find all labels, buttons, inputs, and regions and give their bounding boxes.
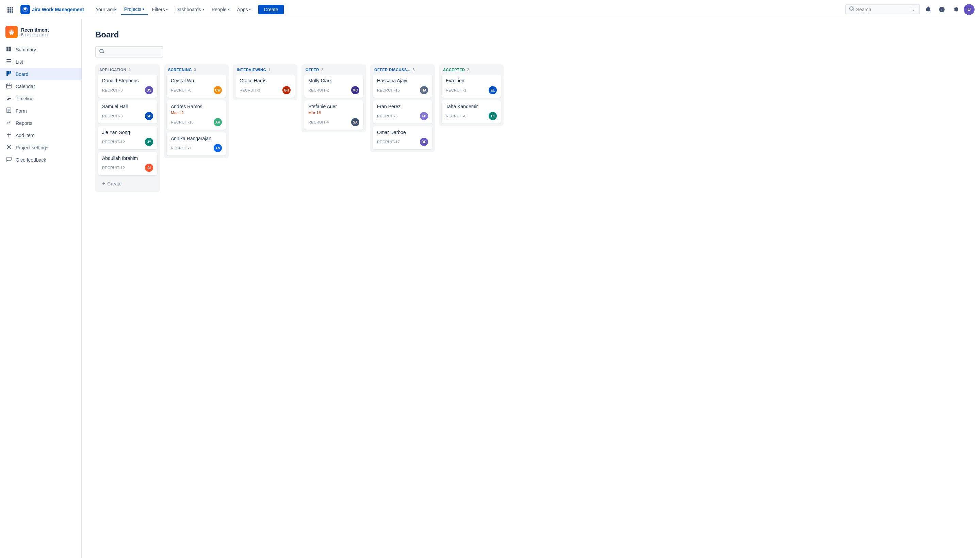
app-layout: Recruitment Business project Summary Lis… [0,19,980,558]
sidebar-item-project-settings[interactable]: Project settings [0,141,81,154]
table-row[interactable]: Jie Yan SongRECRUIT-12JY [98,126,157,149]
sidebar-item-reports[interactable]: Reports [0,117,81,129]
svg-rect-20 [10,71,11,74]
svg-rect-1 [10,7,11,8]
column-count-screening: 3 [194,68,196,72]
settings-icon[interactable] [950,4,961,15]
column-cards-offer-discuss: Hassana AjayiRECRUIT-15HAFran PerezRECRU… [370,74,435,152]
svg-rect-14 [9,49,11,51]
table-row[interactable]: Grace HarrisRECRUIT-3GH [235,74,295,98]
sidebar-item-label-give-feedback: Give feedback [16,157,46,162]
avatar: HA [420,86,428,94]
card-id: RECRUIT-17 [377,140,400,144]
card-name: Grace Harris [240,78,291,84]
sidebar-item-calendar[interactable]: Calendar [0,80,81,92]
sidebar-item-list[interactable]: List [0,56,81,68]
svg-rect-16 [7,61,11,62]
help-icon[interactable] [936,4,947,15]
sidebar-item-label-board: Board [16,71,28,77]
svg-rect-13 [7,49,8,51]
column-count-accepted: 2 [467,68,469,72]
svg-rect-18 [7,71,8,76]
apps-chevron-icon: ▾ [249,8,251,11]
card-date: Mar 12 [171,111,222,115]
column-label-offer-discuss: OFFER DISCUSS... [374,68,410,72]
card-name: Stefanie Auer [308,104,359,109]
svg-rect-11 [7,47,8,49]
card-footer: RECRUIT-2MC [308,86,359,94]
column-header-offer: OFFER2 [302,64,366,74]
board-search-input[interactable] [106,49,159,55]
user-avatar[interactable]: U [964,4,975,15]
nav-filters[interactable]: Filters ▾ [148,5,171,14]
column-cards-accepted: Eva LienRECRUIT-1ELTaha KandemirRECRUIT-… [439,74,504,126]
column-cards-application: Donald StephensRECRUIT-8DSSamuel HallREC… [95,74,160,178]
list-icon [5,59,12,65]
grid-menu-icon[interactable] [5,5,15,14]
table-row[interactable]: Hassana AjayiRECRUIT-15HA [373,74,432,98]
svg-rect-33 [7,135,11,135]
table-row[interactable]: Fran PerezRECRUIT-6FP [373,100,432,123]
table-row[interactable]: Molly ClarkRECRUIT-2MC [304,74,363,98]
nav-people[interactable]: People ▾ [208,5,233,14]
card-name: Omar Darboe [377,130,428,135]
topnav-right: / U [845,4,975,15]
card-name: Eva Lien [446,78,497,84]
svg-rect-5 [11,9,13,11]
nav-apps[interactable]: Apps ▾ [234,5,254,14]
search-input[interactable] [856,7,909,12]
card-footer: RECRUIT-17OD [377,138,428,146]
svg-rect-19 [8,71,10,74]
svg-rect-6 [8,11,9,13]
card-footer: RECRUIT-12JY [102,138,153,146]
sidebar-item-board[interactable]: Board [0,68,81,80]
card-footer: RECRUIT-12AI [102,164,153,172]
avatar: AN [214,144,222,152]
sidebar-item-give-feedback[interactable]: Give feedback [0,154,81,166]
svg-rect-21 [7,84,11,88]
table-row[interactable]: Omar DarboeRECRUIT-17OD [373,126,432,149]
table-row[interactable]: Eva LienRECRUIT-1EL [442,74,501,98]
svg-rect-29 [8,109,10,110]
project-name: Recruitment [21,27,49,33]
project-icon [5,26,18,38]
table-row[interactable]: Crystal WuRECRUIT-6CW [167,74,226,98]
table-row[interactable]: Taha KandemirRECRUIT-6TK [442,100,501,123]
card-name: Andres Ramos [171,104,222,109]
plus-icon: + [102,181,105,187]
table-row[interactable]: Annika RangarajanRECRUIT-7AN [167,132,226,156]
board-column-screening: SCREENING3Crystal WuRECRUIT-6CWAndres Ra… [164,64,229,158]
table-row[interactable]: Abdullah IbrahimRECRUIT-12AI [98,152,157,175]
table-row[interactable]: Stefanie AuerMar 16RECRUIT-4SA [304,100,363,130]
search-box[interactable]: / [845,5,920,14]
logo[interactable]: Jira Work Management [20,5,84,14]
sidebar-item-label-timeline: Timeline [16,96,33,102]
sidebar-item-add-item[interactable]: Add item [0,129,81,141]
board-column-application: APPLICATION4Donald StephensRECRUIT-8DSSa… [95,64,160,192]
avatar: SA [351,118,359,126]
sidebar-item-summary[interactable]: Summary [0,44,81,56]
svg-rect-26 [8,98,11,98]
nav-projects[interactable]: Projects ▾ [121,5,148,15]
svg-rect-31 [8,111,9,112]
sidebar-nav: Summary List Board [0,44,81,166]
table-row[interactable]: Samuel HallRECRUIT-8SH [98,100,157,123]
table-row[interactable]: Andres RamosMar 12RECRUIT-18AR [167,100,226,130]
timeline-icon [5,95,12,102]
sidebar-item-form[interactable]: Form [0,105,81,117]
sidebar-item-timeline[interactable]: Timeline [0,92,81,105]
project-settings-icon [5,144,12,151]
board-search-box[interactable] [95,46,163,57]
create-card-button[interactable]: + Create [98,178,157,190]
card-name: Donald Stephens [102,78,153,84]
table-row[interactable]: Donald StephensRECRUIT-8DS [98,74,157,98]
nav-dashboards[interactable]: Dashboards ▾ [172,5,208,14]
svg-rect-2 [11,7,13,8]
main-content: Board APPLICATION4Donald StephensRECRUIT… [82,19,980,558]
sidebar-item-label-reports: Reports [16,120,32,126]
svg-rect-17 [7,62,11,63]
create-button[interactable]: Create [258,5,284,14]
card-footer: RECRUIT-8SH [102,112,153,120]
notifications-icon[interactable] [923,4,934,15]
nav-your-work[interactable]: Your work [92,5,120,14]
